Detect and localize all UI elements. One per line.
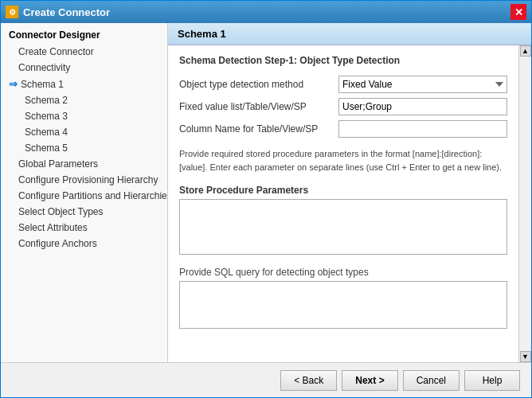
panel-body: Schema Detection Step-1: Object Type Det… [168, 45, 518, 362]
detection-method-control: Fixed Value [338, 76, 507, 93]
sql-section-label: Provide SQL query for detecting object t… [179, 267, 507, 278]
sidebar-item-schema-5[interactable]: Schema 5 [1, 140, 167, 156]
right-panel: Schema 1 Schema Detection Step-1: Object… [168, 23, 531, 362]
arrow-icon: ⇒ [9, 78, 18, 90]
sidebar-item-configure-provisioning[interactable]: Configure Provisioning Hierarchy [1, 172, 167, 188]
next-button[interactable]: Next > [342, 370, 397, 391]
footer: < Back Next > Cancel Help [1, 362, 531, 397]
sidebar-item-select-attributes[interactable]: Select Attributes [1, 220, 167, 236]
close-button[interactable]: ✕ [510, 4, 526, 20]
sql-textarea[interactable] [179, 281, 507, 329]
fixed-value-label: Fixed value list/Table/View/SP [179, 101, 338, 112]
fixed-value-control [338, 98, 507, 115]
app-icon: ⚙ [6, 6, 18, 18]
sidebar-items: Create ConnectorConnectivity⇒Schema 1Sch… [1, 44, 167, 252]
title-bar-left: ⚙ Create Connector [6, 6, 110, 18]
scroll-up-button[interactable]: ▲ [520, 45, 531, 57]
column-name-row: Column Name for Table/View/SP [179, 120, 507, 138]
column-name-input[interactable] [338, 120, 507, 138]
detection-method-label: Object type detection method [179, 79, 338, 90]
main-window: ⚙ Create Connector ✕ Connector Designer … [0, 0, 532, 398]
help-button[interactable]: Help [464, 370, 520, 391]
sidebar-item-create-connector[interactable]: Create Connector [1, 44, 167, 60]
fixed-value-input[interactable] [338, 98, 507, 115]
back-button[interactable]: < Back [280, 370, 337, 391]
sidebar-item-label: Schema 1 [21, 79, 64, 90]
sidebar-item-select-object-types[interactable]: Select Object Types [1, 204, 167, 220]
window-title: Create Connector [23, 6, 110, 18]
store-procedure-label: Store Procedure Parameters [179, 185, 507, 196]
sidebar-item-configure-anchors[interactable]: Configure Anchors [1, 236, 167, 252]
main-content: Connector Designer Create ConnectorConne… [1, 23, 531, 362]
detection-method-select[interactable]: Fixed Value [338, 76, 507, 93]
sidebar-item-schema-3[interactable]: Schema 3 [1, 108, 167, 124]
detection-method-row: Object type detection method Fixed Value [179, 76, 507, 93]
column-name-control [338, 120, 507, 138]
panel-header: Schema 1 [168, 23, 531, 45]
scrollbar[interactable]: ▲ ▼ [518, 45, 531, 362]
info-text: Provide required stored procedure parame… [179, 144, 507, 177]
sidebar-item-global-parameters[interactable]: Global Parameters [1, 156, 167, 172]
sidebar-item-configure-partitions[interactable]: Configure Partitions and Hierarchies [1, 188, 167, 204]
title-bar: ⚙ Create Connector ✕ [1, 1, 531, 23]
sidebar-item-schema-4[interactable]: Schema 4 [1, 124, 167, 140]
store-procedure-textarea[interactable] [179, 199, 507, 255]
cancel-button[interactable]: Cancel [403, 370, 460, 391]
scroll-down-button[interactable]: ▼ [520, 351, 531, 362]
sidebar-header: Connector Designer [1, 26, 167, 44]
sidebar-item-connectivity[interactable]: Connectivity [1, 60, 167, 76]
sidebar-item-schema-1[interactable]: ⇒Schema 1 [1, 76, 167, 92]
fixed-value-row: Fixed value list/Table/View/SP [179, 98, 507, 115]
sidebar-item-schema-2[interactable]: Schema 2 [1, 92, 167, 108]
section-title: Schema Detection Step-1: Object Type Det… [179, 55, 507, 66]
sidebar: Connector Designer Create ConnectorConne… [1, 23, 168, 362]
column-name-label: Column Name for Table/View/SP [179, 123, 338, 135]
